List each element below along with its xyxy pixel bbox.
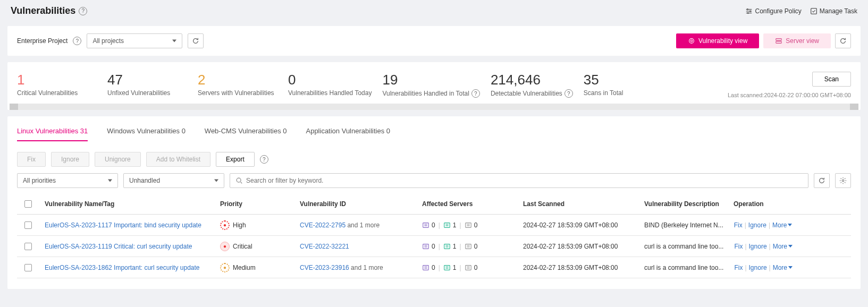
priority-label: Critical — [233, 242, 252, 250]
help-icon[interactable]: ? — [260, 155, 268, 164]
search-box[interactable] — [230, 173, 808, 188]
row-checkbox[interactable] — [24, 243, 32, 250]
vuln-id-link[interactable]: CVE-2022-2795 — [300, 221, 345, 229]
row-ignore-link[interactable]: Ignore — [749, 264, 767, 271]
col-id: Vulnerability ID — [294, 196, 417, 212]
gear-icon — [839, 177, 847, 184]
svg-point-5 — [690, 40, 693, 42]
target-icon — [688, 37, 695, 45]
stat-servers: 2 Servers with Vulnerabilities — [198, 72, 277, 97]
stats-panel: 1 Critical Vulnerabilities 47 Unfixed Vu… — [7, 62, 861, 110]
row-ignore-link[interactable]: Ignore — [748, 221, 766, 229]
last-scanned-cell: 2024-02-27 18:53:09 GMT+08:00 — [518, 238, 639, 254]
vuln-name-link[interactable]: EulerOS-SA-2023-1862 Important: curl sec… — [45, 264, 199, 271]
configure-policy-link[interactable]: Configure Policy — [745, 7, 801, 15]
row-ignore-link[interactable]: Ignore — [749, 243, 767, 250]
svg-rect-10 — [423, 223, 429, 227]
col-op: Operation — [728, 196, 819, 212]
add-whitelist-button[interactable]: Add to Whitelist — [146, 152, 210, 167]
help-icon[interactable]: ? — [471, 89, 480, 98]
priority-icon: ● — [220, 242, 230, 251]
row-more-menu[interactable]: More — [773, 264, 793, 271]
stat-critical-value: 1 — [17, 72, 97, 88]
table-filter-row: All priorities Unhandled — [17, 173, 851, 188]
tab-application[interactable]: Application Vulnerabilities 0 — [306, 127, 390, 141]
task-icon — [810, 7, 818, 15]
priority-icon: ● — [220, 220, 230, 230]
col-affected: Affected Servers — [417, 196, 518, 212]
stat-unfixed: 47 Unfixed Vulnerabilities — [107, 72, 187, 97]
vuln-type-tabs: Linux Vulnerabilities 31 Windows Vulnera… — [17, 127, 851, 141]
table-header: Vulnerability Name/Tag Priority Vulnerab… — [17, 193, 851, 215]
search-input[interactable] — [246, 177, 803, 184]
refresh-icon — [839, 37, 847, 45]
svg-rect-17 — [444, 265, 450, 270]
vuln-id-link[interactable]: CVE-2022-32221 — [300, 243, 349, 250]
svg-point-8 — [237, 178, 241, 182]
vuln-id-link[interactable]: CVE-2023-23916 — [300, 264, 349, 271]
status-filter-select[interactable]: Unhandled — [123, 173, 224, 188]
priority-filter-select[interactable]: All priorities — [17, 173, 118, 188]
server-affected-icon — [443, 221, 451, 229]
server-view-button[interactable]: Server view — [763, 33, 831, 48]
row-more-menu[interactable]: More — [772, 221, 792, 229]
aff-fixed: 0 — [474, 243, 478, 250]
help-icon[interactable]: ? — [79, 7, 87, 15]
manage-task-link[interactable]: Manage Task — [810, 7, 857, 15]
vuln-id-more: and 1 more — [345, 221, 380, 229]
row-checkbox[interactable] — [24, 264, 32, 271]
aff-total: 0 — [432, 243, 435, 250]
svg-rect-11 — [444, 223, 450, 227]
scan-button[interactable]: Scan — [812, 72, 851, 87]
table-row: EulerOS-SA-2023-1117 Important: bind sec… — [17, 215, 851, 236]
vuln-name-link[interactable]: EulerOS-SA-2023-1119 Critical: curl secu… — [45, 243, 192, 250]
server-affected-icon — [443, 243, 451, 250]
enterprise-project-value: All projects — [92, 37, 124, 45]
refresh-button[interactable] — [188, 33, 204, 48]
stat-critical-label: Critical Vulnerabilities — [17, 89, 78, 97]
last-scanned-cell: 2024-02-27 18:53:09 GMT+08:00 — [518, 260, 639, 276]
status-filter-value: Unhandled — [129, 177, 160, 184]
row-fix-link[interactable]: Fix — [734, 264, 743, 271]
configure-policy-label: Configure Policy — [755, 7, 801, 15]
row-fix-link[interactable]: Fix — [734, 243, 743, 250]
vulnerability-view-label: Vulnerability view — [698, 37, 747, 45]
help-icon[interactable]: ? — [73, 37, 81, 45]
col-priority: Priority — [215, 196, 294, 212]
settings-table-button[interactable] — [835, 173, 851, 188]
main-panel: Linux Vulnerabilities 31 Windows Vulnera… — [7, 116, 861, 289]
stat-scans: 35 Scans in Total — [584, 72, 663, 97]
stat-unfixed-value: 47 — [107, 72, 187, 88]
row-fix-link[interactable]: Fix — [734, 221, 743, 229]
tab-windows[interactable]: Windows Vulnerabilities 0 — [107, 127, 186, 141]
row-checkbox[interactable] — [24, 221, 32, 229]
stat-detectable: 214,646 Detectable Vulnerabilities ? — [491, 72, 573, 98]
server-icon — [775, 37, 782, 45]
aff-fixed: 0 — [474, 264, 478, 271]
tab-webcms[interactable]: Web-CMS Vulnerabilities 0 — [205, 127, 287, 141]
vuln-table: Vulnerability Name/Tag Priority Vulnerab… — [17, 193, 851, 278]
fix-button[interactable]: Fix — [17, 152, 46, 167]
description-cell: curl is a command line too... — [644, 243, 723, 250]
unignore-button[interactable]: Unignore — [95, 152, 141, 167]
enterprise-project-select[interactable]: All projects — [87, 33, 182, 48]
col-desc: Vulnerability Description — [639, 196, 728, 212]
select-all-checkbox[interactable] — [24, 200, 32, 208]
svg-point-0 — [747, 8, 748, 10]
refresh-view-button[interactable] — [835, 33, 851, 48]
vuln-name-link[interactable]: EulerOS-SA-2023-1117 Important: bind sec… — [45, 221, 201, 229]
priority-label: High — [233, 221, 246, 228]
page-title: Vulnerabilities — [11, 5, 75, 16]
description-cell: curl is a command line too... — [644, 264, 723, 271]
stat-servers-value: 2 — [198, 72, 277, 88]
horizontal-scrollbar[interactable] — [10, 104, 858, 110]
export-button[interactable]: Export — [216, 152, 255, 167]
ignore-button[interactable]: Ignore — [51, 152, 89, 167]
row-more-menu[interactable]: More — [773, 243, 793, 250]
help-icon[interactable]: ? — [564, 89, 573, 98]
priority-icon: ● — [220, 263, 230, 272]
aff-count: 1 — [453, 221, 457, 229]
vulnerability-view-button[interactable]: Vulnerability view — [676, 33, 759, 48]
tab-linux[interactable]: Linux Vulnerabilities 31 — [17, 127, 88, 141]
refresh-table-button[interactable] — [814, 173, 830, 188]
